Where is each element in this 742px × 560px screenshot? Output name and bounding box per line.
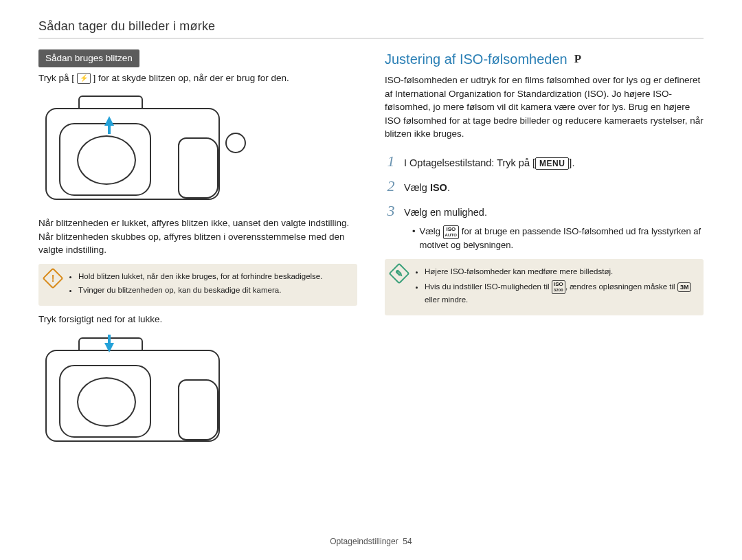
breadcrumb: Sådan tager du billeder i mørke — [38, 19, 704, 38]
flash-icon: ⚡ — [77, 73, 91, 84]
step-number: 3 — [385, 200, 397, 222]
warning-item: Tvinger du blitzenheden op, kan du beska… — [78, 284, 349, 296]
flash-behavior-paragraph: Når blitzenheden er lukket, affyres blit… — [38, 216, 357, 257]
info-item: Højere ISO-følsomheder kan medføre mere … — [425, 266, 695, 278]
page-number: 54 — [403, 537, 412, 546]
warning-item: Hold blitzen lukket, når den ikke bruges… — [78, 271, 349, 282]
text-fragment: Vælg en mulighed. — [404, 205, 487, 220]
mode-p-badge: P — [574, 51, 581, 68]
text-fragment: for at bruge en passende ISO-følsomhed u… — [420, 227, 701, 251]
close-flash-text: Tryk forsigtigt ned for at lukke. — [38, 313, 357, 326]
step-1: 1 I Optagelsestilstand: Tryk på [MENU]. — [385, 150, 704, 172]
text-fragment: I Optagelsestilstand: Tryk på [ — [404, 157, 535, 168]
text-fragment: ] for at skyde blitzen op, når der er br… — [93, 73, 289, 83]
resolution-3m-chip: 3M — [677, 282, 692, 292]
left-column: Sådan bruges blitzen Tryk på [ ⚡ ] for a… — [38, 49, 357, 458]
flash-intro-text: Tryk på [ ⚡ ] for at skyde blitzen op, n… — [38, 71, 357, 85]
text-fragment: eller mindre. — [425, 295, 468, 304]
two-column-layout: Sådan bruges blitzen Tryk på [ ⚡ ] for a… — [38, 49, 704, 458]
section-heading-iso: Justering af ISO-følsomheden P — [385, 49, 704, 69]
camera-flash-open-illustration — [38, 91, 231, 208]
iso-intro-paragraph: ISO-følsomheden er udtryk for en films f… — [385, 74, 704, 141]
menu-button-chip: MENU — [535, 157, 569, 170]
step-3: 3 Vælg en mulighed. — [385, 200, 704, 222]
right-column: Justering af ISO-følsomheden P ISO-følso… — [385, 49, 704, 322]
note-icon: ✎ — [392, 266, 407, 281]
iso-3200-chip: ISO3200 — [552, 280, 565, 294]
text-fragment: ]. — [569, 157, 574, 168]
step-number: 2 — [385, 175, 397, 197]
text-fragment: . — [447, 182, 450, 193]
camera-flash-close-illustration — [38, 333, 231, 450]
footer-section: Optageindstillinger — [330, 537, 398, 546]
info-item: Hvis du indstiller ISO-muligheden til IS… — [425, 280, 695, 306]
arrow-down-icon — [104, 335, 114, 352]
info-note: ✎ Højere ISO-følsomheder kan medføre mer… — [385, 259, 704, 315]
step-3-sub-bullet: • Vælg ISOAUTO for at bruge en passende … — [412, 225, 704, 252]
steps-list: 1 I Optagelsestilstand: Tryk på [MENU]. … — [385, 150, 704, 222]
text-fragment: Vælg — [404, 182, 430, 193]
arrow-up-icon — [104, 116, 114, 134]
warning-note: ! Hold blitzen lukket, når den ikke brug… — [38, 264, 357, 306]
step-number: 1 — [385, 150, 397, 172]
heading-text: Justering af ISO-følsomheden — [385, 49, 567, 69]
step-2: 2 Vælg ISO. — [385, 175, 704, 197]
warning-icon: ! — [45, 271, 60, 286]
page-footer: Optageindstillinger 54 — [0, 537, 742, 546]
manual-page: Sådan tager du billeder i mørke Sådan br… — [0, 0, 742, 560]
bullet-dot: • — [412, 225, 416, 252]
text-fragment: , ændres opløsningen måske til — [565, 282, 677, 291]
iso-auto-chip: ISOAUTO — [443, 225, 460, 239]
text-fragment: Hvis du indstiller ISO-muligheden til — [425, 282, 552, 291]
mode-dial-icon — [225, 133, 246, 153]
iso-label: ISO — [430, 182, 447, 193]
section-pill-flash: Sådan bruges blitzen — [38, 49, 139, 67]
text-fragment: Tryk på [ — [38, 73, 74, 83]
text-fragment: Vælg — [420, 227, 443, 237]
